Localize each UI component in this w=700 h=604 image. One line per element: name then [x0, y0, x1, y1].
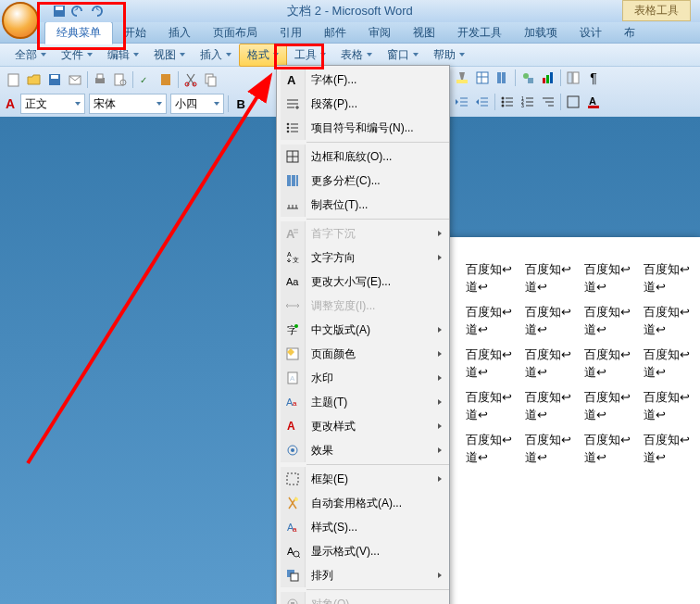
format-menu-item-23[interactable]: 排列 [277, 563, 449, 587]
table-cell[interactable]: 百度知↩道↩ [641, 302, 700, 345]
numbering-icon[interactable]: 123 [519, 94, 536, 110]
table-cell[interactable]: 百度知↩道↩ [581, 387, 641, 430]
bold-icon[interactable]: B [232, 95, 249, 112]
ribbon-tab-11[interactable]: 布 [613, 22, 646, 44]
copy-icon[interactable] [203, 71, 219, 88]
table-cell[interactable]: 百度知↩道↩ [581, 259, 641, 302]
ribbon-tab-5[interactable]: 邮件 [313, 22, 357, 44]
format-menu-item-16[interactable]: A更改样式 [277, 414, 449, 438]
format-menu-item-9[interactable]: A文文字方向 [277, 245, 449, 270]
show-para-icon[interactable]: ¶ [585, 69, 602, 86]
menu-表格[interactable]: 表格 [333, 44, 380, 66]
table-cell[interactable]: 百度知↩道↩ [581, 430, 641, 472]
format-menu-item-2[interactable]: 项目符号和编号(N)... [277, 116, 449, 140]
cell-text: 百度知↩ [525, 389, 579, 407]
ribbon-tab-3[interactable]: 页面布局 [202, 22, 269, 44]
table-cell[interactable]: 百度知↩道↩ [463, 259, 522, 302]
highlight-icon[interactable] [454, 69, 470, 86]
font-selector[interactable]: 宋体 [89, 94, 167, 114]
indent-icon[interactable] [474, 94, 491, 110]
ribbon-tab-1[interactable]: 开始 [113, 22, 157, 44]
menu-编辑[interactable]: 编辑 [100, 44, 146, 66]
styles-icon: Aa [281, 515, 306, 539]
ribbon-tab-7[interactable]: 视图 [402, 22, 446, 44]
font-color-icon[interactable]: A [585, 94, 602, 110]
menu-工具[interactable]: 工具 [287, 44, 333, 66]
table-cell[interactable]: 百度知↩道↩ [522, 387, 581, 430]
svg-rect-25 [546, 75, 549, 83]
research-icon[interactable] [157, 71, 174, 88]
ribbon-tab-9[interactable]: 加载项 [513, 22, 569, 44]
table-cell[interactable]: 百度知↩道↩ [522, 430, 581, 472]
format-menu-item-15[interactable]: Aa主题(T) [277, 390, 449, 414]
ribbon-tab-4[interactable]: 引用 [269, 22, 313, 44]
multilevel-icon[interactable] [540, 94, 556, 110]
redo-icon[interactable] [89, 4, 104, 19]
undo-icon[interactable] [70, 4, 85, 19]
borders-toolbar-icon[interactable] [565, 94, 581, 110]
bullets-icon[interactable] [499, 94, 516, 110]
format-menu-item-19[interactable]: 框架(E) [277, 467, 449, 491]
format-menu-item-4[interactable]: 边框和底纹(O)... [277, 145, 449, 169]
table-cell[interactable]: 百度知↩道↩ [641, 430, 700, 472]
ribbon-tab-0[interactable]: 经典菜单 [44, 21, 113, 44]
table-icon[interactable] [474, 69, 491, 86]
ribbon-tab-10[interactable]: 设计 [569, 22, 613, 44]
new-icon[interactable] [6, 71, 22, 88]
menu-插入[interactable]: 插入 [193, 44, 239, 66]
print-icon[interactable] [92, 71, 108, 88]
format-menu-item-6[interactable]: 制表位(T)... [277, 193, 449, 217]
format-menu-item-5[interactable]: 更多分栏(C)... [277, 169, 449, 193]
cell-text: 百度知↩ [644, 432, 697, 449]
table-cell[interactable]: 百度知↩道↩ [522, 259, 581, 302]
format-menu-item-17[interactable]: 效果 [277, 438, 449, 462]
chart-icon[interactable] [540, 69, 556, 86]
format-menu-item-14[interactable]: A水印 [277, 366, 449, 390]
preview-icon[interactable] [112, 71, 129, 88]
format-menu-item-1[interactable]: 段落(P)... [277, 92, 449, 116]
table-cell[interactable]: 百度知↩道↩ [463, 430, 522, 472]
cell-text: 道↩ [466, 321, 519, 339]
table-cell[interactable]: 百度知↩道↩ [463, 345, 522, 387]
insert-columns-icon[interactable] [494, 69, 511, 86]
format-menu-item-21[interactable]: Aa样式(S)... [277, 515, 449, 539]
table-cell[interactable]: 百度知↩道↩ [641, 387, 700, 430]
format-menu-item-13[interactable]: 页面颜色 [277, 342, 449, 366]
menu-窗口[interactable]: 窗口 [380, 44, 426, 66]
svg-rect-26 [550, 72, 553, 83]
cut-icon[interactable] [182, 71, 199, 88]
font-size-selector[interactable]: 小四 [170, 94, 224, 114]
format-menu-item-12[interactable]: 字中文版式(A) [277, 318, 449, 342]
drawing-icon[interactable] [519, 69, 536, 86]
table-cell[interactable]: 百度知↩道↩ [641, 259, 700, 302]
table-cell[interactable]: 百度知↩道↩ [463, 302, 522, 345]
table-cell[interactable]: 百度知↩道↩ [581, 345, 641, 387]
ribbon-tab-8[interactable]: 开发工具 [446, 22, 513, 44]
doc-map-icon[interactable] [565, 69, 581, 86]
table-cell[interactable]: 百度知↩道↩ [522, 345, 581, 387]
save-icon[interactable] [52, 4, 67, 19]
format-menu-item-0[interactable]: A字体(F)... [277, 68, 449, 92]
format-menu-item-20[interactable]: 自动套用格式(A)... [277, 491, 449, 515]
office-button[interactable] [2, 2, 39, 39]
mail-icon[interactable] [67, 71, 83, 88]
spell-icon[interactable]: ✓ [137, 71, 154, 88]
menu-全部[interactable]: 全部 [7, 44, 54, 66]
menu-文件[interactable]: 文件 [54, 44, 100, 66]
menu-视图[interactable]: 视图 [146, 44, 193, 66]
menu-格式[interactable]: 格式 [239, 44, 287, 67]
table-cell[interactable]: 百度知↩道↩ [641, 345, 700, 387]
table-cell[interactable]: 百度知↩道↩ [581, 302, 641, 345]
style-selector[interactable]: 正文 [20, 94, 85, 114]
table-cell[interactable]: 百度知↩道↩ [522, 302, 581, 345]
format-menu-item-10[interactable]: Aa更改大小写(E)... [277, 270, 449, 294]
menu-帮助[interactable]: 帮助 [426, 44, 472, 66]
ribbon-tab-2[interactable]: 插入 [157, 22, 202, 44]
format-menu-item-22[interactable]: A显示格式(V)... [277, 539, 449, 563]
ribbon-tab-6[interactable]: 审阅 [357, 22, 402, 44]
table-cell[interactable]: 百度知↩道↩ [463, 387, 522, 430]
save-icon[interactable] [46, 71, 63, 88]
style-a-icon[interactable]: A [6, 96, 15, 111]
open-icon[interactable] [26, 71, 43, 88]
outdent-icon[interactable] [454, 94, 470, 110]
